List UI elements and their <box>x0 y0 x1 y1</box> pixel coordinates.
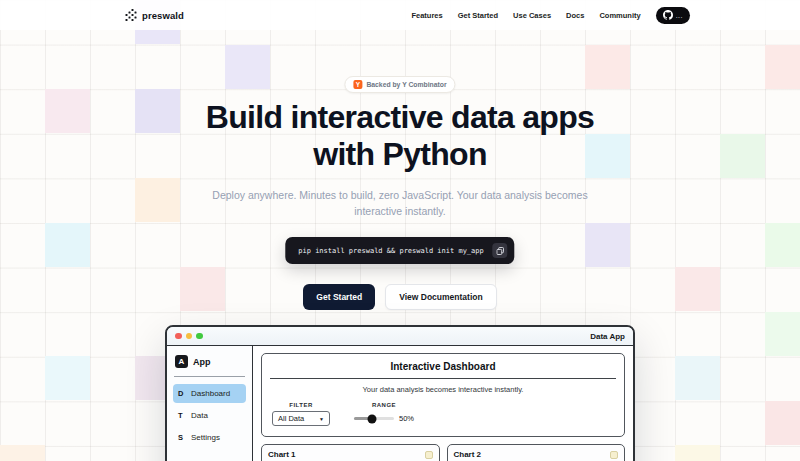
data-icon: T <box>178 411 185 420</box>
install-command-pill: pip install preswald && preswald init my… <box>285 237 514 264</box>
sidebar-item-settings[interactable]: SSettings <box>173 428 246 447</box>
background-tile <box>45 356 90 400</box>
background-tile <box>585 45 630 89</box>
charts-row: Chart 1Chart 2 <box>261 444 625 461</box>
title-line-1: Build interactive data apps <box>0 99 800 136</box>
background-tile <box>675 356 720 400</box>
brand-name: preswald <box>142 10 184 21</box>
settings-icon: S <box>178 433 185 442</box>
sidebar-app-header: A App <box>175 355 246 368</box>
copy-icon <box>496 247 504 255</box>
app-main-area: Interactive Dashboard Your data analysis… <box>253 346 633 461</box>
y-combinator-icon: Y <box>353 80 362 89</box>
range-slider[interactable] <box>354 417 394 420</box>
window-titlebar[interactable]: Data App <box>167 327 633 346</box>
sidebar-item-data[interactable]: TData <box>173 406 246 425</box>
sidebar-item-label: Settings <box>191 433 220 442</box>
copy-button[interactable] <box>493 243 508 258</box>
sidebar-item-label: Data <box>191 411 208 420</box>
app-logo-icon: A <box>175 355 188 368</box>
nav-links: FeaturesGet StartedUse CasesDocsCommunit… <box>411 0 690 30</box>
background-tile <box>135 178 180 222</box>
background-tile <box>765 312 800 356</box>
background-tile <box>765 45 800 89</box>
chart-card-chart-2: Chart 2 <box>447 444 626 461</box>
get-started-button[interactable]: Get Started <box>303 284 375 310</box>
dashboard-title: Interactive Dashboard <box>262 361 624 372</box>
traffic-lights <box>175 333 203 340</box>
window-title: Data App <box>590 332 625 341</box>
background-tile <box>675 445 720 461</box>
range-label: RANGE <box>372 402 396 408</box>
nav-link-get-started[interactable]: Get Started <box>458 11 498 20</box>
nav-link-docs[interactable]: Docs <box>566 11 584 20</box>
range-slider-thumb[interactable] <box>368 414 377 423</box>
chart-title: Chart 1 <box>268 450 296 459</box>
dashboard-divider <box>270 378 616 379</box>
brand[interactable]: preswald <box>125 0 184 30</box>
background-tile <box>765 401 800 445</box>
background-tile <box>45 223 90 267</box>
chart-header: Chart 1 <box>268 450 433 459</box>
yc-badge: Y Backed by Y Combinator <box>344 76 455 93</box>
background-tile <box>225 45 270 89</box>
preswald-logo-icon <box>125 9 137 21</box>
sidebar-items: DDashboardTDataSSettings <box>173 384 246 447</box>
nav-link-use-cases[interactable]: Use Cases <box>513 11 551 20</box>
dashboard-subtitle: Your data analysis becomes interactive i… <box>262 385 624 394</box>
background-tile <box>0 445 45 461</box>
range-row: 50% <box>354 411 414 426</box>
nav-link-community[interactable]: Community <box>599 11 640 20</box>
github-button[interactable]: ... <box>656 7 690 24</box>
page-title: Build interactive data apps with Python <box>0 99 800 173</box>
sidebar-item-label: Dashboard <box>191 389 230 398</box>
cta-row: Get Started View Documentation <box>0 284 800 310</box>
window-body: A App DDashboardTDataSSettings Interacti… <box>167 346 633 461</box>
chart-action-icon[interactable] <box>425 451 433 459</box>
sidebar-item-dashboard[interactable]: DDashboard <box>173 384 246 403</box>
top-navbar: preswald FeaturesGet StartedUse CasesDoc… <box>0 0 800 30</box>
view-documentation-button[interactable]: View Documentation <box>385 284 496 310</box>
filter-select[interactable]: All Data ▼ <box>272 411 330 426</box>
background-tile <box>585 223 630 267</box>
chevron-down-icon: ▼ <box>319 416 324 422</box>
nav-link-features[interactable]: Features <box>411 11 442 20</box>
maximize-icon[interactable] <box>196 333 203 340</box>
range-group: RANGE 50% <box>354 402 414 426</box>
range-value: 50% <box>399 414 414 423</box>
chart-card-chart-1: Chart 1 <box>261 444 440 461</box>
chart-title: Chart 2 <box>454 450 482 459</box>
github-icon <box>663 10 673 20</box>
demo-app-window: Data App A App DDashboardTDataSSettings … <box>165 325 635 461</box>
dashboard-icon: D <box>178 389 185 398</box>
chart-action-icon[interactable] <box>610 451 618 459</box>
chart-header: Chart 2 <box>454 450 619 459</box>
landing-page: preswald FeaturesGet StartedUse CasesDoc… <box>0 0 800 461</box>
app-sidebar: A App DDashboardTDataSSettings <box>167 346 253 461</box>
sidebar-divider <box>174 376 245 377</box>
filter-group: FILTER All Data ▼ <box>272 402 330 426</box>
install-command: pip install preswald && preswald init my… <box>298 247 483 255</box>
dashboard-controls: FILTER All Data ▼ RANGE <box>272 402 624 426</box>
hero-subtitle: Deploy anywhere. Minutes to build, zero … <box>195 187 605 219</box>
yc-badge-text: Backed by Y Combinator <box>366 81 446 88</box>
dashboard-card: Interactive Dashboard Your data analysis… <box>261 353 625 437</box>
close-icon[interactable] <box>175 333 182 340</box>
title-line-2: with Python <box>0 136 800 173</box>
sidebar-app-label: App <box>193 357 211 367</box>
github-stars-label: ... <box>676 12 683 19</box>
minimize-icon[interactable] <box>186 333 193 340</box>
filter-selected-value: All Data <box>278 414 304 423</box>
background-tile <box>765 223 800 267</box>
filter-label: FILTER <box>289 402 313 408</box>
